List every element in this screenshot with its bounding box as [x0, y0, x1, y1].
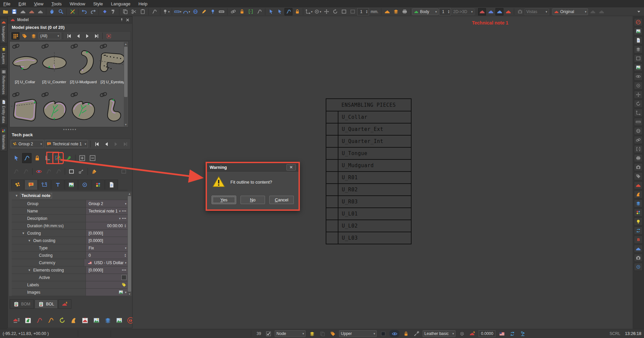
- rect-tool-button[interactable]: [634, 54, 643, 62]
- offset-input[interactable]: 1▲▼: [357, 8, 369, 15]
- dialog-close-button[interactable]: [286, 164, 296, 171]
- shoe-rainbow-icon[interactable]: [104, 316, 112, 325]
- scrollbar-thumb[interactable]: [124, 47, 127, 97]
- chevron-down-icon[interactable]: ▾: [125, 246, 126, 250]
- material-select[interactable]: Leather basic▾: [423, 330, 455, 337]
- prop-elements-costing[interactable]: ▼Elements costing[0.0000]•••: [12, 267, 128, 274]
- camera-tool-button[interactable]: [634, 163, 643, 171]
- toolbar-overflow-button[interactable]: [635, 8, 643, 15]
- lock-toggle[interactable]: [402, 330, 410, 337]
- node-select[interactable]: Node▾: [275, 330, 306, 337]
- menu-item-window[interactable]: Window: [70, 1, 85, 6]
- piece-thumbnail[interactable]: [10, 91, 40, 127]
- outline-rect-tool[interactable]: [67, 167, 76, 176]
- group-select[interactable]: Group 2▾: [11, 140, 44, 148]
- cost-icon[interactable]: [468, 330, 476, 337]
- rect-button[interactable]: [340, 8, 348, 15]
- delete-button[interactable]: [68, 8, 76, 15]
- layers-tool-button[interactable]: [634, 45, 643, 53]
- chevron-down-icon[interactable]: ▾: [125, 291, 126, 294]
- property-value-cell[interactable]: ▾: [86, 289, 128, 296]
- heel-icon[interactable]: [69, 316, 78, 325]
- tab-groups[interactable]: [11, 180, 24, 190]
- import-model-button[interactable]: [19, 8, 27, 15]
- tab-measures[interactable]: [38, 180, 51, 190]
- dropdown-caret-icon[interactable]: ▾: [180, 10, 181, 13]
- b-letter-button[interactable]: [634, 236, 643, 244]
- image-tool-button[interactable]: [634, 63, 643, 71]
- shoe-half-view-button[interactable]: [478, 8, 486, 15]
- no-button[interactable]: No: [240, 196, 265, 204]
- snap-rect-button[interactable]: [348, 8, 357, 15]
- prop-labels[interactable]: Labels: [12, 281, 128, 289]
- panel-splitter[interactable]: ●●●●●●: [8, 128, 132, 131]
- collapse-icon[interactable]: ▼: [12, 194, 20, 197]
- dropdown-caret-icon[interactable]: ▾: [311, 10, 313, 13]
- note-select-tool[interactable]: [12, 153, 21, 163]
- report-pieces-icon[interactable]: [12, 316, 21, 325]
- spinner-arrows-icon[interactable]: ▲▼: [447, 10, 450, 14]
- pieces-scrollbar[interactable]: ▲ ▼: [124, 42, 128, 127]
- pan-button[interactable]: [48, 8, 56, 15]
- property-value-cell[interactable]: [0.0000]•••: [86, 267, 128, 274]
- property-value-cell[interactable]: Fix▾: [86, 244, 128, 251]
- tab-navigator[interactable]: Navigator: [0, 18, 7, 43]
- property-value-cell[interactable]: USD - US Dollar▾: [84, 259, 128, 266]
- prop-duration[interactable]: Duration (hh:mm:ss)00:00:00▲▼: [12, 222, 128, 230]
- save-button[interactable]: [10, 8, 18, 15]
- property-value-cell[interactable]: Technical note 1▾•••: [86, 207, 128, 214]
- prop-currency[interactable]: CurrencyUSD - US Dollar▾: [12, 259, 128, 267]
- curve-button[interactable]: [150, 8, 158, 15]
- last-piece-button[interactable]: [92, 32, 100, 40]
- curve-add-button[interactable]: [255, 8, 263, 15]
- sync-status-button[interactable]: [508, 330, 516, 337]
- print-button[interactable]: [400, 8, 409, 15]
- target-tool-button[interactable]: [634, 82, 643, 90]
- menu-item-file[interactable]: File: [3, 1, 10, 6]
- note-curve-tool[interactable]: [22, 153, 32, 163]
- note-select[interactable]: Technical note 1▾: [45, 140, 88, 148]
- collapse-icon[interactable]: ▼: [28, 239, 31, 242]
- tag-icon[interactable]: [121, 282, 126, 287]
- sphere-button[interactable]: [191, 8, 199, 15]
- thumbnail-view-button[interactable]: [11, 32, 19, 40]
- visibility-toggle[interactable]: [389, 330, 399, 337]
- scroll-up-icon[interactable]: ▲: [127, 192, 131, 196]
- bulb-button[interactable]: [634, 218, 643, 226]
- paint-tool[interactable]: [90, 167, 99, 176]
- printer-tool-button[interactable]: [634, 154, 643, 162]
- prev-piece-button[interactable]: [74, 32, 82, 40]
- detach-panel-button[interactable]: [119, 167, 128, 176]
- shoe-blue-button[interactable]: [634, 245, 643, 253]
- tab-technical-note[interactable]: [24, 180, 38, 190]
- fit-selection-button[interactable]: [105, 32, 113, 40]
- lock-button[interactable]: [293, 8, 301, 15]
- property-value-cell[interactable]: Group 2▾: [86, 200, 128, 207]
- tab-bol[interactable]: BOL: [35, 299, 58, 309]
- magnet-icon[interactable]: [35, 316, 44, 325]
- first-note-button[interactable]: [93, 140, 101, 148]
- tag-tool-button[interactable]: [634, 172, 643, 180]
- add-note-button[interactable]: [77, 153, 87, 163]
- piece-thumbnail[interactable]: [69, 91, 98, 127]
- shoe-red-button[interactable]: [634, 181, 643, 189]
- prop-costing-value[interactable]: Costing0▲▼: [12, 252, 128, 259]
- cost-value[interactable]: 0.0000: [479, 330, 495, 337]
- prop-active[interactable]: Active: [12, 274, 128, 281]
- lamp-status-button[interactable]: [519, 330, 527, 337]
- model-info-button[interactable]: [36, 8, 44, 15]
- copy-button[interactable]: [121, 8, 129, 15]
- rotate-circle-icon[interactable]: [58, 316, 66, 325]
- scroll-down-icon[interactable]: ▼: [127, 292, 131, 296]
- shoe-2d-view-button[interactable]: [495, 8, 503, 15]
- property-value-cell[interactable]: 0▲▼: [86, 252, 128, 259]
- tab-colors[interactable]: [92, 180, 105, 190]
- heel-orange-button[interactable]: [634, 190, 643, 198]
- compass-add-button[interactable]: ▾: [182, 8, 191, 15]
- move-button[interactable]: [322, 8, 330, 15]
- break-button[interactable]: [109, 8, 117, 15]
- open-button[interactable]: [1, 8, 9, 15]
- axis-button[interactable]: ▾: [305, 8, 313, 15]
- layers-button[interactable]: [392, 8, 400, 15]
- piece-cursor-button[interactable]: [383, 8, 391, 15]
